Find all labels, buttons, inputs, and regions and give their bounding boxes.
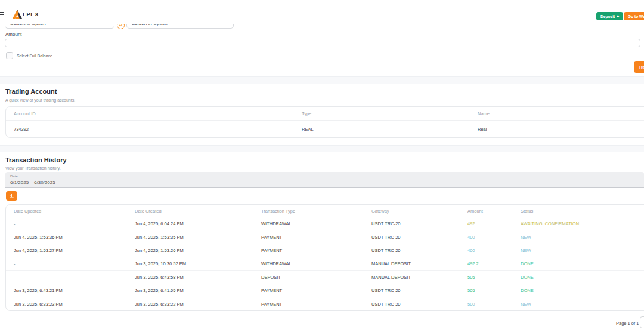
deposit-button-label: Deposit <box>600 14 615 19</box>
cell-status: AWAITING_CONFIRMATION <box>521 221 644 226</box>
cell-date-created: Jun 3, 2025, 6:33:22 PM <box>135 302 261 307</box>
transfer-submit-button[interactable]: Tra <box>634 61 644 73</box>
top-header: LPEX Deposit + Go to Web <box>0 0 644 24</box>
transaction-row: Jun 3, 2025, 6:33:23 PM Jun 3, 2025, 6:3… <box>6 297 644 310</box>
cell-gateway: USDT TRC-20 <box>371 221 467 226</box>
cell-transaction-type: PAYMENT <box>261 235 371 240</box>
cell-status: DONE <box>521 288 644 293</box>
trading-account-table-header: Account ID Type Name <box>6 107 644 121</box>
cell-transaction-type: PAYMENT <box>261 248 371 253</box>
transaction-table-header: Date Updated Date Created Transaction Ty… <box>6 205 644 217</box>
trading-account-row: 734392 REAL Real <box>6 121 644 138</box>
full-balance-checkbox[interactable] <box>6 52 13 59</box>
column-transaction-type: Transaction Type <box>261 208 371 214</box>
cell-status: DONE <box>521 261 644 266</box>
cell-gateway: USDT TRC-20 <box>371 288 467 293</box>
cell-amount: 500 <box>467 302 521 307</box>
cell-date-created: Jun 3, 2025, 6:43:58 PM <box>135 275 261 280</box>
brand-logo[interactable]: LPEX <box>13 10 39 19</box>
cell-status: NEW <box>521 235 644 240</box>
column-gateway: Gateway <box>371 208 467 214</box>
cell-transaction-type: PAYMENT <box>261 302 371 307</box>
trading-account-subtitle: A quick view of your trading accounts. <box>5 98 75 102</box>
cell-status: DONE <box>521 275 644 280</box>
column-type: Type <box>302 111 478 116</box>
cell-date-updated: - <box>14 275 135 280</box>
cell-status: NEW <box>521 302 644 307</box>
cell-transaction-type: PAYMENT <box>261 288 371 293</box>
cell-type: REAL <box>302 127 478 132</box>
transaction-row: Jun 3, 2025, 6:43:21 PM Jun 3, 2025, 6:4… <box>6 284 644 297</box>
date-field-label: Date <box>10 174 18 178</box>
cell-amount: 492.2 <box>467 261 521 266</box>
section-divider <box>0 76 644 84</box>
pagination-label: Page 1 of 1 <box>616 321 639 326</box>
cell-transaction-type: WITHDRAWAL <box>261 221 371 226</box>
trading-account-title: Trading Account <box>5 88 57 95</box>
hamburger-menu-icon[interactable] <box>0 12 4 17</box>
transaction-row: Jun 4, 2025, 1:53:27 PM Jun 4, 2025, 1:5… <box>6 244 644 257</box>
date-field-value: 6/1/2025 – 6/30/2025 <box>10 180 55 185</box>
cell-gateway: USDT TRC-20 <box>371 302 467 307</box>
cell-date-created: Jun 3, 2025, 6:41:05 PM <box>135 288 261 293</box>
column-account-id: Account ID <box>14 111 302 116</box>
cell-amount: 492 <box>467 221 521 226</box>
cell-amount: 400 <box>467 248 521 253</box>
plus-icon: + <box>617 14 619 19</box>
amount-input[interactable] <box>5 39 640 47</box>
cell-date-updated: - <box>14 221 135 226</box>
column-date-updated: Date Updated <box>14 208 135 214</box>
cell-date-updated: Jun 3, 2025, 6:43:21 PM <box>14 288 135 293</box>
download-icon <box>10 193 14 199</box>
cell-gateway: MANUAL DEPOSIT <box>371 275 467 280</box>
brand-name: LPEX <box>23 11 39 17</box>
cell-amount: 505 <box>467 288 521 293</box>
transaction-history-table: Date Updated Date Created Transaction Ty… <box>5 204 644 311</box>
logo-triangle-icon <box>13 10 22 19</box>
date-range-input[interactable]: Date 6/1/2025 – 6/30/2025 <box>5 172 644 188</box>
cell-name: Real <box>478 127 644 132</box>
transaction-row: - Jun 4, 2025, 6:04:24 PM WITHDRAWAL USD… <box>6 217 644 230</box>
export-download-button[interactable] <box>6 191 17 201</box>
cell-amount: 505 <box>467 275 521 280</box>
transaction-history-title: Transaction History <box>5 156 67 164</box>
cell-date-updated: - <box>14 261 135 266</box>
cell-date-created: Jun 4, 2025, 1:53:26 PM <box>135 248 261 253</box>
column-status: Status <box>521 208 644 214</box>
full-balance-label: Select Full Balance <box>17 54 52 58</box>
deposit-button[interactable]: Deposit + <box>596 12 623 20</box>
cell-gateway: USDT TRC-20 <box>371 235 467 240</box>
column-name: Name <box>478 111 644 116</box>
cell-date-updated: Jun 4, 2025, 1:53:27 PM <box>14 248 135 253</box>
transaction-row: - Jun 3, 2025, 6:43:58 PM DEPOSIT MANUAL… <box>6 271 644 284</box>
column-date-created: Date Created <box>135 208 261 214</box>
column-amount: Amount <box>467 208 521 214</box>
go-to-web-button-label: Go to Web <box>628 14 644 19</box>
cell-date-created: Jun 3, 2025, 10:30:52 PM <box>135 261 261 266</box>
transaction-table-body: - Jun 4, 2025, 6:04:24 PM WITHDRAWAL USD… <box>6 217 644 311</box>
amount-label: Amount <box>5 32 22 37</box>
cell-amount: 400 <box>467 235 521 240</box>
cell-date-created: Jun 4, 2025, 6:04:24 PM <box>135 221 261 226</box>
go-to-web-button[interactable]: Go to Web <box>624 12 644 20</box>
cell-gateway: USDT TRC-20 <box>371 248 467 253</box>
transaction-row: - Jun 3, 2025, 10:30:52 PM WITHDRAWAL MA… <box>6 257 644 270</box>
transaction-history-subtitle: View your Transaction history. <box>5 166 61 170</box>
transaction-row: Jun 4, 2025, 1:53:36 PM Jun 4, 2025, 1:5… <box>6 230 644 244</box>
trading-account-table: Account ID Type Name 734392 REAL Real <box>5 106 644 138</box>
cell-status: NEW <box>521 248 644 253</box>
cell-date-updated: Jun 4, 2025, 1:53:36 PM <box>14 235 135 240</box>
cell-date-created: Jun 4, 2025, 1:53:35 PM <box>135 235 261 240</box>
cell-transaction-type: DEPOSIT <box>261 275 371 280</box>
pagination-size-select[interactable] <box>640 316 644 328</box>
cell-gateway: MANUAL DEPOSIT <box>371 261 467 266</box>
cell-date-updated: Jun 3, 2025, 6:33:23 PM <box>14 302 135 307</box>
cell-transaction-type: WITHDRAWAL <box>261 261 371 266</box>
section-divider <box>0 145 644 152</box>
cell-account-id: 734392 <box>14 127 302 132</box>
